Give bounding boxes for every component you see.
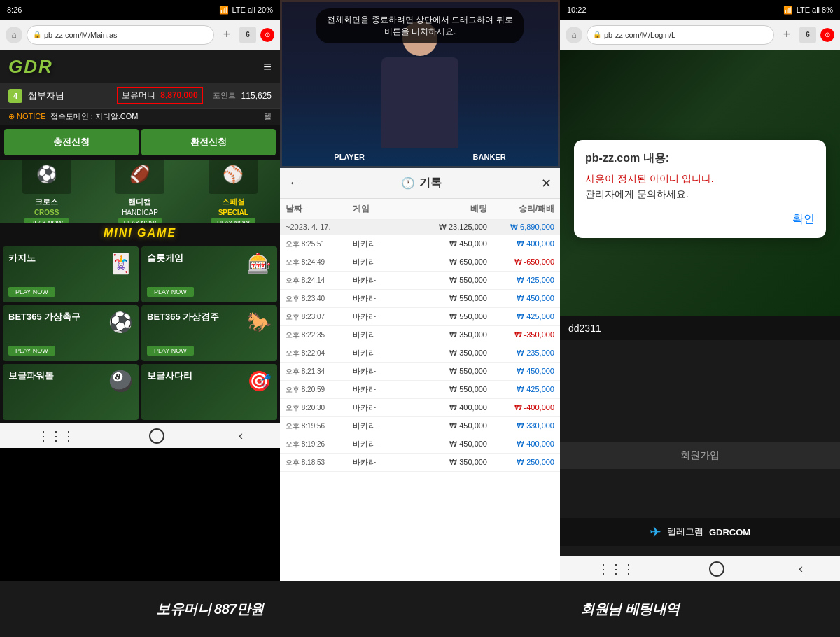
slots-play-btn[interactable]: PLAY NOW [147,287,194,297]
sport-handicap[interactable]: 🏈 핸디캡 HANDICAP PLAY NOW [115,160,164,223]
row-time: 오후 8:19:26 [286,440,353,449]
special-img: ⚾ [209,160,258,194]
special-name-en: SPECIAL [218,209,248,216]
nav-back-3[interactable]: ‹ [799,561,803,576]
powerball-cell[interactable]: 보글파워볼 🎱 [3,364,139,420]
virtual-race-play-btn[interactable]: PLAY NOW [147,346,194,356]
plus-btn-1[interactable]: + [218,27,235,43]
nav-back-1[interactable]: ‹ [239,428,243,443]
gdr-header-1: GDR ≡ [0,50,280,83]
row-result: ₩ -400,000 [487,403,554,412]
battery-text-1: LTE all 20% [232,6,274,14]
casino-name: 카지노 [8,252,36,265]
slots-cell[interactable]: 슬롯게임 🎰 PLAY NOW [141,246,277,302]
close-btn[interactable]: ✕ [541,176,552,191]
table-row: 오후 8:23:07 바카라 ₩ 550,000 ₩ 425,000 [280,308,560,326]
row-result: ₩ 425,000 [487,312,554,321]
signal-icon-1: 📶 [219,6,229,15]
handicap-name-kr: 핸디캡 [128,197,151,207]
ladder-cell[interactable]: 보글사다리 🎯 [141,364,277,420]
status-icons-1: 📶 LTE all 20% [219,6,274,15]
row-result: ₩ 425,000 [487,276,554,285]
date-separator-row: ~2023. 4. 17. ₩ 23,125,000 ₩ 6,890,000 [280,220,560,235]
nav-home-3[interactable] [709,561,724,577]
row-result: ₩ -350,000 [487,330,554,340]
url-bar-1[interactable]: 🔒 pb-zz.com/M/Main.as [27,25,214,45]
row-result: ₩ 235,000 [487,349,554,358]
phone-3: 10:22 📶 LTE all 8% ⌂ 🔒 pb-zz.com/M/Login… [560,0,840,581]
row-result: ₩ 450,000 [487,367,554,376]
url-text-3: pb-zz.com/M/Login/L [604,31,676,39]
tab-count-3[interactable]: 6 [799,27,816,43]
casino-icon: 🃏 [108,252,133,275]
menu-btn-3[interactable]: ⊙ [820,28,834,42]
back-btn[interactable]: ← [288,176,301,190]
casino-cell[interactable]: 카지노 🃏 PLAY NOW [3,246,139,302]
plus-btn-3[interactable]: + [778,27,795,43]
charge-btn[interactable]: 충전신청 [4,129,139,155]
row-bet: ₩ 550,000 [420,385,487,394]
nav-menu-1[interactable]: ⋮⋮⋮ [37,428,75,444]
home-btn-1[interactable]: ⌂ [6,27,22,43]
history-scroll[interactable]: 오후 8:25:51 바카라 ₩ 450,000 ₩ 400,000 오후 8:… [280,235,560,581]
menu-btn-1[interactable]: ⊙ [260,28,274,42]
ladder-icon: 🎯 [247,370,272,393]
row-bet: ₩ 450,000 [420,440,487,449]
lock-icon-3: 🔒 [593,31,601,38]
row-result: ₩ 450,000 [487,294,554,303]
cross-name-en: CROSS [34,209,59,216]
slots-name: 슬롯게임 [147,252,183,265]
col-game: 게임 [353,203,420,215]
virtual-soccer-cell[interactable]: BET365 가상축구 ⚽ PLAY NOW [3,305,139,361]
casino-play-btn[interactable]: PLAY NOW [8,287,55,297]
level-badge: 4 [8,89,22,103]
home-btn-3[interactable]: ⌂ [566,27,582,43]
nav-menu-3[interactable]: ⋮⋮⋮ [597,561,635,577]
nav-home-1[interactable] [149,428,164,444]
virtual-race-cell[interactable]: BET365 가상경주 🐎 PLAY NOW [141,305,277,361]
table-row: 오후 8:24:49 바카라 ₩ 650,000 ₩ -650,000 [280,253,560,272]
row-game: 바카라 [353,312,420,322]
status-icons-3: 📶 LTE all 8% [783,6,833,15]
slots-icon: 🎰 [247,252,272,275]
row-result: ₩ -650,000 [487,258,554,267]
col-date: 날짜 [286,203,353,215]
gdr-logo-1: GDR [8,56,53,78]
virtual-soccer-icon: ⚽ [108,311,133,334]
special-play-btn[interactable]: PLAY NOW [211,218,255,223]
col-bet: 베팅 [420,203,487,215]
table-row: 오후 8:19:56 바카라 ₩ 450,000 ₩ 330,000 [280,417,560,435]
phone-1: 8:26 📶 LTE all 20% ⌂ 🔒 pb-zz.com/M/Main.… [0,0,280,581]
browser-bar-1: ⌂ 🔒 pb-zz.com/M/Main.as + 6 ⊙ [0,20,280,50]
notice-bar: ⊕ NOTICE 접속도메인 : 지디알.COM 텔 [0,108,280,125]
status-bar-3: 10:22 📶 LTE all 8% [560,0,840,20]
bottom-label-1: 보유머니 887만원 [0,600,420,619]
alert-confirm-btn[interactable]: 확인 [585,212,815,227]
row-game: 바카라 [353,384,420,395]
row-game: 바카라 [353,402,420,413]
handicap-img: 🏈 [115,160,164,194]
handicap-name-en: HANDICAP [122,209,158,216]
virtual-soccer-play-btn[interactable]: PLAY NOW [8,346,55,356]
cross-name-kr: 크로스 [35,197,58,207]
history-title: 🕐 기록 [401,176,442,190]
table-row: 오후 8:18:53 바카라 ₩ 350,000 ₩ 250,000 [280,454,560,472]
row-game: 바카라 [353,239,420,249]
powerball-name: 보글파워볼 [8,370,54,382]
row-game: 바카라 [353,293,420,304]
sport-cross[interactable]: ⚽ 크로스 CROSS PLAY NOW [22,160,71,223]
notice-tel: 텔 [264,111,272,122]
handicap-play-btn[interactable]: PLAY NOW [118,218,162,223]
player-label: PLAYER [334,153,365,161]
cross-play-btn[interactable]: PLAY NOW [24,218,69,223]
exchange-btn[interactable]: 환전신청 [141,129,276,155]
row-time: 오후 8:20:30 [286,403,353,413]
total-bet: ₩ 23,125,000 [420,223,487,232]
member-join-btn[interactable]: 회원가입 [560,442,840,469]
row-bet: ₩ 550,000 [420,312,487,321]
url-bar-3[interactable]: 🔒 pb-zz.com/M/Login/L [587,25,774,45]
video-section: 전체화면을 종료하려면 상단에서 드래그하여 뒤로버튼을 터치하세요. PLAY… [280,0,560,168]
sport-special[interactable]: ⚾ 스페셜 SPECIAL PLAY NOW [209,160,258,223]
hamburger-icon-1[interactable]: ≡ [263,59,272,75]
tab-count-1[interactable]: 6 [239,27,256,43]
